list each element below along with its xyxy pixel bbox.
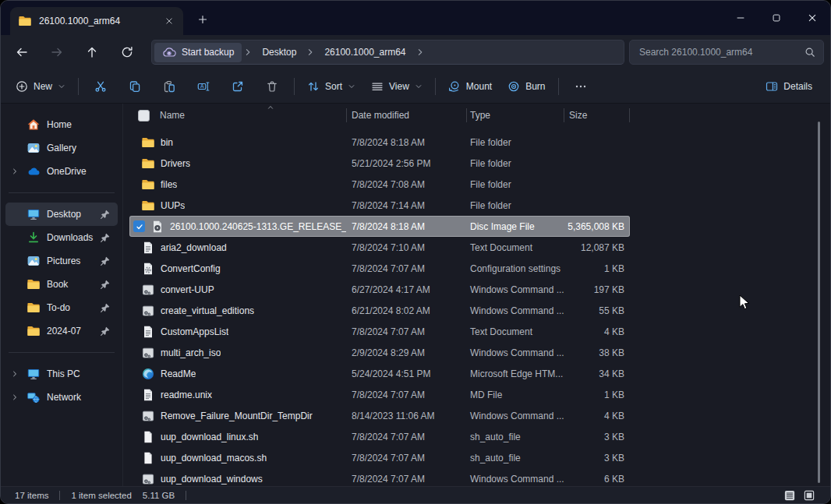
sort-button[interactable]: Sort — [299, 73, 363, 100]
breadcrumb-desktop[interactable]: Desktop — [254, 43, 304, 62]
sidebar-item-pictures[interactable]: Pictures — [5, 249, 118, 273]
chevron-down-icon — [415, 83, 423, 90]
burn-button[interactable]: Burn — [500, 73, 553, 100]
file-name-cell[interactable]: files — [129, 178, 346, 191]
file-name-cell[interactable]: UUPs — [129, 199, 346, 212]
details-view-toggle[interactable] — [783, 489, 797, 502]
sidebar-item-gallery[interactable]: Gallery — [5, 136, 118, 160]
file-name-cell[interactable]: uup_download_windows — [129, 473, 346, 485]
mount-button[interactable]: Mount — [440, 73, 500, 100]
chevron-right-icon[interactable] — [11, 167, 19, 175]
sidebar-item-2024-07[interactable]: 2024-07 — [5, 319, 118, 343]
cmd-icon — [142, 284, 154, 296]
up-button[interactable] — [80, 41, 104, 64]
search-input[interactable] — [638, 46, 798, 58]
forward-button[interactable] — [45, 41, 69, 64]
share-button[interactable] — [223, 73, 253, 100]
thumbnail-view-toggle[interactable] — [802, 489, 816, 502]
sidebar-item-this-pc[interactable]: This PC — [5, 362, 118, 386]
file-name-cell[interactable]: convert-UUP — [129, 284, 346, 296]
minimize-button[interactable] — [723, 1, 759, 35]
arrow-up-icon — [86, 46, 98, 58]
file-name: CustomAppsList — [161, 326, 228, 337]
breadcrumb-current-folder[interactable]: 26100.1000_arm64 — [316, 43, 413, 62]
onedrive-icon — [27, 165, 40, 178]
rename-button[interactable] — [189, 73, 218, 100]
column-divider[interactable] — [564, 108, 564, 122]
tab-close-button[interactable] — [161, 13, 177, 29]
file-name-cell[interactable]: aria2_download — [129, 241, 346, 254]
table-row[interactable]: UUPs7/8/2024 7:14 AMFile folder — [129, 195, 630, 216]
table-row[interactable]: aria2_download7/8/2024 7:10 AMText Docum… — [129, 237, 630, 258]
sidebar-item-onedrive[interactable]: OneDrive — [5, 160, 118, 183]
table-row[interactable]: create_virtual_editions6/21/2024 8:02 AM… — [129, 300, 630, 321]
table-row[interactable]: uup_download_macos.sh7/8/2024 7:07 AMsh_… — [129, 447, 630, 468]
maximize-button[interactable] — [759, 1, 794, 35]
explorer-tab[interactable]: 26100.1000_arm64 — [10, 7, 183, 35]
close-window-button[interactable] — [794, 1, 830, 35]
file-name-cell[interactable]: ConvertConfig — [129, 263, 346, 275]
new-tab-button[interactable] — [194, 11, 211, 28]
sidebar-item-network[interactable]: Network — [5, 386, 118, 409]
table-row[interactable]: CustomAppsList7/8/2024 7:07 AMText Docum… — [129, 321, 630, 342]
file-name-cell[interactable]: multi_arch_iso — [129, 347, 346, 359]
chevron-right-icon[interactable] — [11, 370, 19, 378]
table-row[interactable]: convert-UUP6/27/2024 4:17 AMWindows Comm… — [129, 279, 630, 300]
select-all-checkbox[interactable] — [138, 110, 150, 122]
sidebar-item-home[interactable]: Home — [5, 113, 118, 136]
file-name-cell[interactable]: uup_download_linux.sh — [129, 431, 346, 443]
sidebar-item-book[interactable]: Book — [5, 273, 118, 296]
sidebar-item-desktop[interactable]: Desktop — [5, 203, 118, 226]
delete-button[interactable] — [257, 73, 287, 100]
table-row[interactable]: Remove_Failure_MountDir_TempDir8/14/2023… — [129, 405, 630, 426]
back-button[interactable] — [10, 41, 34, 64]
more-options-button[interactable] — [566, 73, 596, 100]
column-divider[interactable] — [629, 108, 630, 122]
file-name-cell[interactable]: create_virtual_editions — [129, 305, 346, 317]
file-name-cell[interactable]: uup_download_macos.sh — [129, 452, 346, 464]
column-header-date-modified[interactable]: Date modified — [346, 110, 466, 121]
chevron-right-icon[interactable] — [11, 393, 19, 401]
file-name-cell[interactable]: 26100.1000.240625-1313.GE_RELEASE_SVC_..… — [129, 220, 346, 233]
file-list: Name Date modified Type Size bin7/8/2024… — [129, 104, 644, 486]
view-button[interactable]: View — [363, 73, 430, 100]
table-row[interactable]: bin7/8/2024 8:18 AMFile folder — [129, 132, 630, 153]
file-type: Configuration settings — [466, 263, 564, 274]
cloud-backup-icon — [162, 48, 176, 57]
sidebar-item-to-do[interactable]: To-do — [5, 296, 118, 319]
new-button[interactable]: New — [8, 73, 73, 100]
table-row[interactable]: Drivers5/21/2024 2:56 PMFile folder — [129, 153, 630, 174]
details-pane-button[interactable]: Details — [758, 73, 820, 100]
table-row[interactable]: multi_arch_iso2/9/2024 8:29 AMWindows Co… — [129, 342, 630, 363]
file-name-cell[interactable]: ReadMe — [129, 368, 346, 380]
cut-button[interactable] — [86, 73, 115, 100]
file-name-cell[interactable]: Remove_Failure_MountDir_TempDir — [129, 410, 346, 422]
refresh-button[interactable] — [115, 41, 139, 64]
scissors-icon — [94, 80, 107, 93]
table-row[interactable]: uup_download_linux.sh7/8/2024 7:07 AMsh_… — [129, 426, 630, 447]
cmd-icon — [142, 473, 154, 485]
table-row[interactable]: readme.unix7/8/2024 7:07 AMMD File1 KB — [129, 384, 630, 405]
scrollbar[interactable] — [818, 122, 820, 483]
search-box[interactable] — [629, 40, 824, 65]
table-row[interactable]: ReadMe5/24/2024 4:51 PMMicrosoft Edge HT… — [129, 363, 630, 384]
selection-status: 1 item selected — [71, 491, 131, 500]
file-name-cell[interactable]: readme.unix — [129, 389, 346, 401]
column-divider[interactable] — [466, 108, 467, 122]
table-row[interactable]: 26100.1000.240625-1313.GE_RELEASE_SVC_..… — [129, 216, 630, 237]
paste-button[interactable] — [154, 73, 184, 100]
sidebar-item-downloads[interactable]: Downloads — [5, 226, 118, 249]
table-row[interactable]: files7/8/2024 7:08 AMFile folder — [129, 174, 630, 195]
address-bar[interactable]: Start backup Desktop 26100.1000_arm64 — [151, 40, 624, 65]
column-header-size[interactable]: Size — [564, 110, 630, 121]
file-name-cell[interactable]: bin — [129, 136, 346, 149]
row-checkbox[interactable] — [133, 220, 145, 232]
column-divider[interactable] — [346, 108, 347, 122]
file-name-cell[interactable]: CustomAppsList — [129, 326, 346, 338]
table-row[interactable]: ConvertConfig7/8/2024 7:07 AMConfigurati… — [129, 258, 630, 279]
column-header-name[interactable]: Name — [129, 110, 346, 122]
start-backup-button[interactable]: Start backup — [154, 43, 242, 62]
column-header-type[interactable]: Type — [466, 110, 564, 121]
file-name-cell[interactable]: Drivers — [129, 157, 346, 170]
copy-button[interactable] — [120, 73, 150, 100]
